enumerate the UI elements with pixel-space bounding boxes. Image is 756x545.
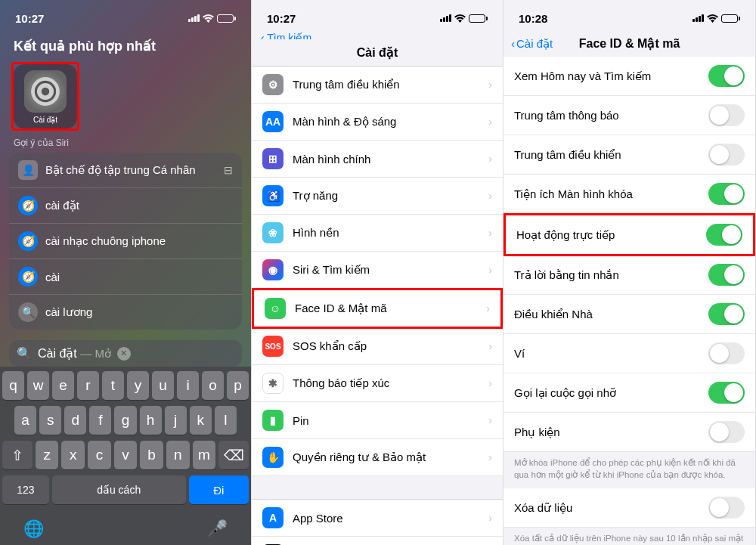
key-⌫[interactable]: ⌫: [218, 441, 249, 469]
key-p[interactable]: p: [227, 371, 249, 400]
key-r[interactable]: r: [77, 371, 99, 400]
row-icon: AA: [262, 111, 284, 132]
suggestion-label: cài lương: [45, 305, 92, 319]
suggestion-label: Bật chế độ tập trung Cá nhân: [45, 163, 196, 177]
key-c[interactable]: c: [88, 441, 111, 469]
space-key[interactable]: dấu cách: [52, 475, 186, 504]
key-j[interactable]: j: [165, 406, 187, 435]
search-field[interactable]: 🔍 Cài đặt — Mở ✕: [9, 340, 242, 367]
settings-row[interactable]: ▭Ví›: [252, 537, 503, 545]
key-a[interactable]: a: [14, 406, 36, 435]
key-i[interactable]: i: [177, 371, 199, 400]
key-w[interactable]: w: [27, 371, 49, 400]
toggle-row[interactable]: Ví: [503, 334, 755, 373]
faceid-passcode-screen: 10:28 ‹ Cài đặt Face ID & Mật mã Xem Hôm…: [503, 0, 756, 545]
toggle-row[interactable]: Gọi lại cuộc gọi nhỡ: [503, 373, 755, 413]
toggle-row[interactable]: Điều khiển Nhà: [503, 295, 755, 334]
key-v[interactable]: v: [114, 441, 138, 469]
row-label: Siri & Tìm kiếm: [293, 263, 370, 277]
toggle-label: Gọi lại cuộc gọi nhỡ: [514, 386, 616, 400]
signal-icon: [692, 14, 704, 22]
row-icon: ◉: [262, 259, 284, 280]
row-label: Hình nền: [293, 226, 339, 240]
key-b[interactable]: b: [140, 441, 163, 469]
toggle-row[interactable]: Tiện ích Màn hình khóa: [503, 175, 755, 214]
mic-icon[interactable]: 🎤: [207, 519, 228, 539]
key-l[interactable]: l: [215, 406, 237, 435]
go-key[interactable]: Đi: [189, 475, 249, 504]
toggle-switch[interactable]: [708, 303, 745, 325]
toggle-row[interactable]: Phụ kiện: [503, 413, 755, 452]
siri-suggestion[interactable]: 🧭cài đặt: [9, 188, 242, 224]
key-g[interactable]: g: [114, 406, 136, 435]
settings-row[interactable]: ♿Trợ năng›: [252, 178, 503, 215]
key-u[interactable]: u: [152, 371, 174, 400]
settings-row[interactable]: ☺Face ID & Mật mã›: [252, 288, 503, 329]
nav-bar: Cài đặt: [252, 39, 503, 66]
toggle-row[interactable]: Xem Hôm nay và Tìm kiếm: [503, 57, 755, 96]
status-time: 10:27: [267, 12, 296, 25]
settings-row[interactable]: ⚙Trung tâm điều khiển›: [252, 67, 503, 104]
back-button[interactable]: ‹ Cài đặt: [511, 37, 553, 51]
settings-row[interactable]: ▮Pin›: [252, 402, 503, 439]
settings-row[interactable]: ✱Thông báo tiếp xúc›: [252, 365, 503, 402]
numbers-key[interactable]: 123: [2, 475, 49, 504]
toggle-row[interactable]: Hoạt động trực tiếp: [503, 213, 755, 256]
key-z[interactable]: z: [36, 441, 59, 469]
siri-suggestion[interactable]: 🧭cài: [9, 259, 242, 295]
toggle-row[interactable]: Trung tâm thông báo: [503, 96, 755, 135]
toggle-switch[interactable]: [708, 342, 745, 364]
key-⇧[interactable]: ⇧: [2, 441, 33, 469]
erase-footer: Xóa tất cả dữ liệu trên iPhone này sau 1…: [503, 528, 755, 545]
toggle-row[interactable]: Trả lời bằng tin nhắn: [503, 255, 755, 295]
status-bar: 10:27: [0, 0, 251, 30]
key-y[interactable]: y: [127, 371, 149, 400]
stack-icon: ⊟: [224, 164, 233, 176]
siri-suggestion[interactable]: 👤Bật chế độ tập trung Cá nhân⊟: [9, 153, 242, 188]
key-x[interactable]: x: [61, 441, 85, 469]
settings-row[interactable]: ✋Quyền riêng tư & Bảo mật›: [252, 439, 503, 476]
key-s[interactable]: s: [39, 406, 61, 435]
row-icon: ☺: [265, 298, 286, 319]
key-m[interactable]: m: [193, 441, 216, 469]
suggestion-label: cài: [45, 271, 60, 283]
erase-data-row[interactable]: Xóa dữ liệu: [503, 488, 755, 528]
erase-data-toggle[interactable]: [708, 497, 745, 519]
settings-row[interactable]: SOSSOS khẩn cấp›: [252, 328, 503, 365]
toggle-row[interactable]: Trung tâm điều khiển: [503, 135, 755, 175]
key-h[interactable]: h: [140, 406, 162, 435]
key-t[interactable]: t: [102, 371, 124, 400]
toggle-switch[interactable]: [708, 382, 745, 404]
siri-suggestion[interactable]: 🔍cài lương: [9, 295, 242, 330]
status-bar: 10:28: [503, 0, 755, 30]
key-q[interactable]: q: [2, 371, 24, 400]
key-d[interactable]: d: [64, 406, 86, 435]
toggle-switch[interactable]: [708, 421, 745, 443]
row-label: Pin: [293, 414, 309, 427]
key-n[interactable]: n: [166, 441, 190, 469]
settings-row[interactable]: ⊞Màn hình chính›: [252, 141, 503, 178]
globe-icon[interactable]: 🌐: [23, 519, 44, 539]
top-hit-app[interactable]: Cài đặt: [14, 64, 77, 129]
key-f[interactable]: f: [89, 406, 111, 435]
settings-row[interactable]: ❀Hình nền›: [252, 215, 503, 252]
chevron-right-icon: ›: [488, 414, 492, 426]
toggle-switch[interactable]: [708, 65, 745, 87]
clear-icon[interactable]: ✕: [117, 347, 131, 361]
settings-row[interactable]: ◉Siri & Tìm kiếm›: [252, 252, 503, 289]
siri-suggestion[interactable]: 🧭cài nhạc chuông iphone: [9, 224, 242, 259]
key-k[interactable]: k: [190, 406, 212, 435]
toggle-switch[interactable]: [708, 144, 745, 166]
key-e[interactable]: e: [52, 371, 74, 400]
siri-hint-label: Gợi ý của Siri: [0, 138, 251, 153]
keyboard: qwertyuiop asdfghjkl ⇧zxcvbnm⌫ 123 dấu c…: [0, 367, 251, 545]
toggle-switch[interactable]: [706, 224, 742, 246]
key-o[interactable]: o: [202, 371, 224, 400]
toggle-switch[interactable]: [708, 183, 745, 205]
toggle-switch[interactable]: [708, 264, 745, 286]
toggle-switch[interactable]: [708, 104, 745, 126]
settings-row[interactable]: AApp Store›: [252, 500, 503, 537]
toggle-label: Ví: [514, 347, 525, 360]
status-icons: [440, 14, 488, 23]
settings-row[interactable]: AAMàn hình & Độ sáng›: [252, 104, 503, 141]
